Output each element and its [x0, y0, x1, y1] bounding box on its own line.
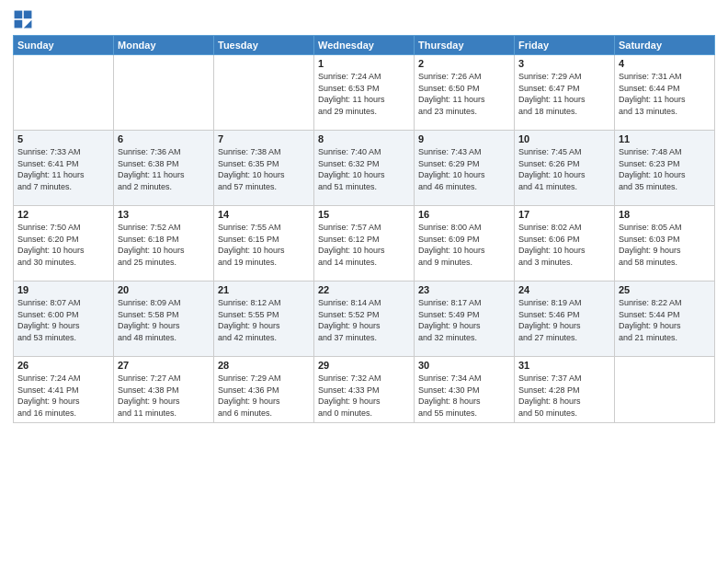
- day-number: 23: [418, 284, 510, 295]
- calendar-cell: 15Sunrise: 7:57 AM Sunset: 6:12 PM Dayli…: [314, 206, 415, 282]
- day-number: 11: [619, 133, 711, 144]
- day-info: Sunrise: 8:05 AM Sunset: 6:03 PM Dayligh…: [619, 222, 711, 268]
- calendar-header: SundayMondayTuesdayWednesdayThursdayFrid…: [14, 36, 715, 55]
- day-info: Sunrise: 7:34 AM Sunset: 4:30 PM Dayligh…: [418, 373, 510, 419]
- day-number: 2: [418, 58, 510, 69]
- header: [13, 9, 715, 29]
- day-info: Sunrise: 7:33 AM Sunset: 6:41 PM Dayligh…: [17, 146, 109, 192]
- day-number: 30: [418, 360, 510, 371]
- weekday-header-tuesday: Tuesday: [214, 36, 314, 55]
- svg-marker-3: [24, 20, 32, 29]
- day-number: 7: [218, 133, 310, 144]
- day-info: Sunrise: 7:36 AM Sunset: 6:38 PM Dayligh…: [118, 146, 210, 192]
- calendar-cell: 8Sunrise: 7:40 AM Sunset: 6:32 PM Daylig…: [314, 131, 415, 206]
- day-number: 3: [518, 58, 610, 69]
- calendar-cell: 12Sunrise: 7:50 AM Sunset: 6:20 PM Dayli…: [14, 206, 114, 282]
- calendar-cell: 19Sunrise: 8:07 AM Sunset: 6:00 PM Dayli…: [14, 282, 114, 357]
- day-number: 1: [318, 58, 410, 69]
- calendar-cell: 2Sunrise: 7:26 AM Sunset: 6:50 PM Daylig…: [415, 55, 515, 131]
- day-info: Sunrise: 7:52 AM Sunset: 6:18 PM Dayligh…: [118, 222, 210, 268]
- day-number: 5: [17, 133, 109, 144]
- week-row-4: 19Sunrise: 8:07 AM Sunset: 6:00 PM Dayli…: [14, 282, 715, 357]
- calendar-cell: 3Sunrise: 7:29 AM Sunset: 6:47 PM Daylig…: [515, 55, 615, 131]
- day-info: Sunrise: 8:02 AM Sunset: 6:06 PM Dayligh…: [518, 222, 610, 268]
- main-container: SundayMondayTuesdayWednesdayThursdayFrid…: [0, 0, 728, 563]
- calendar-cell: 23Sunrise: 8:17 AM Sunset: 5:49 PM Dayli…: [415, 282, 515, 357]
- weekday-header-row: SundayMondayTuesdayWednesdayThursdayFrid…: [14, 36, 715, 55]
- day-info: Sunrise: 7:43 AM Sunset: 6:29 PM Dayligh…: [418, 146, 510, 192]
- day-number: 26: [17, 360, 109, 371]
- day-number: 14: [218, 209, 310, 220]
- day-number: 10: [518, 133, 610, 144]
- calendar-cell: 28Sunrise: 7:29 AM Sunset: 4:36 PM Dayli…: [214, 357, 314, 423]
- calendar-cell: [114, 55, 214, 131]
- day-info: Sunrise: 8:22 AM Sunset: 5:44 PM Dayligh…: [619, 297, 711, 343]
- weekday-header-friday: Friday: [515, 36, 615, 55]
- day-info: Sunrise: 7:48 AM Sunset: 6:23 PM Dayligh…: [619, 146, 711, 192]
- day-info: Sunrise: 7:29 AM Sunset: 6:47 PM Dayligh…: [518, 71, 610, 117]
- day-number: 17: [518, 209, 610, 220]
- day-number: 8: [318, 133, 410, 144]
- day-info: Sunrise: 7:32 AM Sunset: 4:33 PM Dayligh…: [318, 373, 410, 419]
- weekday-header-wednesday: Wednesday: [314, 36, 415, 55]
- day-number: 20: [118, 284, 210, 295]
- calendar-cell: [14, 55, 114, 131]
- day-info: Sunrise: 8:00 AM Sunset: 6:09 PM Dayligh…: [418, 222, 510, 268]
- calendar-cell: 29Sunrise: 7:32 AM Sunset: 4:33 PM Dayli…: [314, 357, 415, 423]
- day-number: 9: [418, 133, 510, 144]
- day-info: Sunrise: 7:24 AM Sunset: 4:41 PM Dayligh…: [17, 373, 109, 419]
- day-number: 22: [318, 284, 410, 295]
- day-number: 24: [518, 284, 610, 295]
- weekday-header-saturday: Saturday: [615, 36, 715, 55]
- weekday-header-thursday: Thursday: [415, 36, 515, 55]
- calendar-cell: 31Sunrise: 7:37 AM Sunset: 4:28 PM Dayli…: [515, 357, 615, 423]
- day-number: 18: [619, 209, 711, 220]
- calendar-cell: [214, 55, 314, 131]
- calendar-body: 1Sunrise: 7:24 AM Sunset: 6:53 PM Daylig…: [14, 55, 715, 423]
- calendar-cell: 18Sunrise: 8:05 AM Sunset: 6:03 PM Dayli…: [615, 206, 715, 282]
- calendar-cell: 7Sunrise: 7:38 AM Sunset: 6:35 PM Daylig…: [214, 131, 314, 206]
- calendar-cell: 9Sunrise: 7:43 AM Sunset: 6:29 PM Daylig…: [415, 131, 515, 206]
- calendar-cell: 6Sunrise: 7:36 AM Sunset: 6:38 PM Daylig…: [114, 131, 214, 206]
- calendar-cell: 11Sunrise: 7:48 AM Sunset: 6:23 PM Dayli…: [615, 131, 715, 206]
- day-number: 13: [118, 209, 210, 220]
- day-number: 29: [318, 360, 410, 371]
- week-row-5: 26Sunrise: 7:24 AM Sunset: 4:41 PM Dayli…: [14, 357, 715, 423]
- calendar-cell: 25Sunrise: 8:22 AM Sunset: 5:44 PM Dayli…: [615, 282, 715, 357]
- calendar-cell: 21Sunrise: 8:12 AM Sunset: 5:55 PM Dayli…: [214, 282, 314, 357]
- day-number: 16: [418, 209, 510, 220]
- calendar-cell: 13Sunrise: 7:52 AM Sunset: 6:18 PM Dayli…: [114, 206, 214, 282]
- day-info: Sunrise: 8:07 AM Sunset: 6:00 PM Dayligh…: [17, 297, 109, 343]
- day-info: Sunrise: 7:31 AM Sunset: 6:44 PM Dayligh…: [619, 71, 711, 117]
- day-number: 4: [619, 58, 711, 69]
- day-info: Sunrise: 7:29 AM Sunset: 4:36 PM Dayligh…: [218, 373, 310, 419]
- day-info: Sunrise: 7:45 AM Sunset: 6:26 PM Dayligh…: [518, 146, 610, 192]
- day-number: 27: [118, 360, 210, 371]
- calendar-cell: 4Sunrise: 7:31 AM Sunset: 6:44 PM Daylig…: [615, 55, 715, 131]
- calendar-cell: 5Sunrise: 7:33 AM Sunset: 6:41 PM Daylig…: [14, 131, 114, 206]
- day-info: Sunrise: 8:19 AM Sunset: 5:46 PM Dayligh…: [518, 297, 610, 343]
- day-info: Sunrise: 7:26 AM Sunset: 6:50 PM Dayligh…: [418, 71, 510, 117]
- calendar-cell: 24Sunrise: 8:19 AM Sunset: 5:46 PM Dayli…: [515, 282, 615, 357]
- day-info: Sunrise: 7:37 AM Sunset: 4:28 PM Dayligh…: [518, 373, 610, 419]
- day-info: Sunrise: 7:50 AM Sunset: 6:20 PM Dayligh…: [17, 222, 109, 268]
- calendar-cell: 10Sunrise: 7:45 AM Sunset: 6:26 PM Dayli…: [515, 131, 615, 206]
- calendar-cell: 22Sunrise: 8:14 AM Sunset: 5:52 PM Dayli…: [314, 282, 415, 357]
- day-info: Sunrise: 7:24 AM Sunset: 6:53 PM Dayligh…: [318, 71, 410, 117]
- calendar-cell: [615, 357, 715, 423]
- svg-rect-1: [24, 11, 32, 19]
- logo: [13, 9, 37, 29]
- calendar-cell: 16Sunrise: 8:00 AM Sunset: 6:09 PM Dayli…: [415, 206, 515, 282]
- week-row-2: 5Sunrise: 7:33 AM Sunset: 6:41 PM Daylig…: [14, 131, 715, 206]
- day-info: Sunrise: 7:40 AM Sunset: 6:32 PM Dayligh…: [318, 146, 410, 192]
- day-info: Sunrise: 8:17 AM Sunset: 5:49 PM Dayligh…: [418, 297, 510, 343]
- day-number: 6: [118, 133, 210, 144]
- weekday-header-sunday: Sunday: [14, 36, 114, 55]
- week-row-1: 1Sunrise: 7:24 AM Sunset: 6:53 PM Daylig…: [14, 55, 715, 131]
- calendar-cell: 20Sunrise: 8:09 AM Sunset: 5:58 PM Dayli…: [114, 282, 214, 357]
- day-number: 28: [218, 360, 310, 371]
- logo-icon: [13, 9, 33, 29]
- calendar-cell: 27Sunrise: 7:27 AM Sunset: 4:38 PM Dayli…: [114, 357, 214, 423]
- day-number: 21: [218, 284, 310, 295]
- day-info: Sunrise: 7:38 AM Sunset: 6:35 PM Dayligh…: [218, 146, 310, 192]
